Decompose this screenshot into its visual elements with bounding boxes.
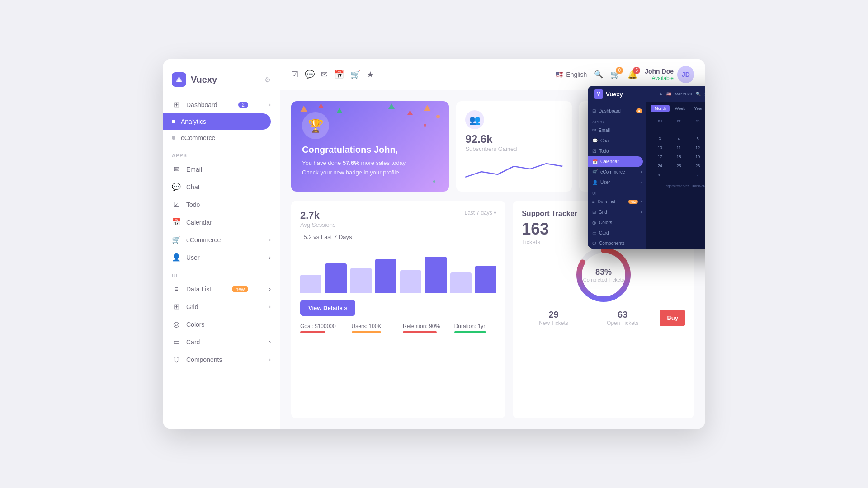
cal-day[interactable]: 31 (651, 171, 669, 179)
sessions-growth: +5.2 vs Last 7 Days (300, 234, 496, 240)
sidebar-item-ecommerce[interactable]: eCommerce (163, 130, 280, 146)
dark-cart-icon[interactable]: 🛒 (704, 92, 705, 96)
dark-flag: 🇺🇸 (666, 92, 671, 96)
sidebar-item-card[interactable]: ▭ Card › (163, 333, 280, 351)
users-label: Users: 100K (352, 323, 394, 329)
settings-icon[interactable]: ⚙ (264, 75, 271, 84)
dark-todo-icon: ☑ (592, 149, 596, 154)
cal-day[interactable]: 26 (689, 162, 705, 170)
user-info: John Doe Available (645, 68, 674, 81)
sidebar-item-grid[interactable]: ⊞ Grid › (163, 298, 280, 315)
cal-day[interactable]: 4 (670, 135, 688, 143)
dark-ecommerce-icon: 🛒 (592, 169, 598, 174)
analytics-dot (172, 120, 175, 123)
dark-app-name: Vuexy (606, 91, 623, 98)
cal-day[interactable] (651, 126, 669, 134)
ecommerce2-icon: 🛒 (172, 235, 181, 244)
sidebar-item-todo[interactable]: ☑ Todo (163, 196, 280, 213)
dark-email[interactable]: ✉ Email (588, 125, 646, 136)
cal-day[interactable]: 10 (651, 144, 669, 152)
dark-user[interactable]: 👤 User › (588, 177, 646, 188)
sidebar-label-todo: Todo (186, 201, 200, 208)
checklist-icon[interactable]: ☑ (291, 70, 298, 80)
chevron-icon-4: › (269, 286, 271, 292)
search-icon[interactable]: 🔍 (594, 70, 603, 79)
dark-calendar-modal: V Vuexy ★ 🇺🇸 Mar 2020 🔍 🛒 👤 John Doe ✕ ⊞… (588, 86, 705, 249)
dark-components[interactable]: ⬡ Components (588, 238, 646, 249)
card-icon: ▭ (172, 338, 181, 346)
cal-day[interactable] (670, 126, 688, 134)
mail-icon[interactable]: ✉ (321, 70, 328, 80)
last7days-selector[interactable]: Last 7 days ▾ (464, 210, 496, 216)
retention-label: Retention: 90% (403, 323, 445, 329)
cal-day[interactable] (689, 126, 705, 134)
week-tab[interactable]: Week (671, 105, 689, 112)
dark-footer: rights reserved. Hand-crafted & Made wit… (646, 182, 705, 190)
star-icon[interactable]: ★ (367, 70, 374, 80)
dark-todo[interactable]: ☑ Todo (588, 146, 646, 156)
sidebar-label-datalist: Data List (186, 286, 211, 293)
dark-calendar[interactable]: 📅 Calendar (588, 156, 643, 167)
cart-header-icon[interactable]: 🛒 (350, 70, 360, 80)
dark-sidebar-dashboard[interactable]: ⊞ Dashboard ● (588, 106, 646, 116)
dark-datalist[interactable]: ≡ Data List new › (588, 197, 646, 207)
buy-button[interactable]: Buy (660, 310, 685, 326)
congrats-highlight: 57.6% (343, 160, 359, 166)
calendar-tab-buttons: Month Week Year (651, 105, 705, 112)
user-status: Available (645, 75, 674, 81)
sidebar-item-dashboard[interactable]: ⊞ Dashboard 2 › (163, 96, 280, 113)
cal-day[interactable]: 3 (651, 135, 669, 143)
view-details-button[interactable]: View Details » (300, 300, 355, 316)
calendar-header-icon[interactable]: 📅 (334, 70, 344, 80)
goal-bar (300, 331, 326, 333)
cal-day[interactable]: 1 (670, 171, 688, 179)
new-tickets-label: New Tickets (522, 320, 585, 326)
cal-day[interactable]: 25 (670, 162, 688, 170)
cal-day[interactable]: 24 (651, 162, 669, 170)
cal-day[interactable]: 18 (670, 153, 688, 161)
dark-search-icon[interactable]: 🔍 (696, 92, 701, 96)
sidebar-item-user[interactable]: 👤 User › (163, 249, 280, 266)
dark-grid[interactable]: ⊞ Grid › (588, 207, 646, 217)
user-profile[interactable]: John Doe Available JD (645, 66, 694, 83)
cal-day[interactable]: 5 (689, 135, 705, 143)
bar-2 (325, 263, 346, 293)
dark-ecommerce[interactable]: 🛒 eCommerce › (588, 167, 646, 177)
calendar-days-grid: 1 2 3 4 5 6 7 8 9 10 11 12 13 (651, 126, 705, 179)
sidebar-item-calendar[interactable]: 📅 Calendar (163, 213, 280, 231)
sidebar-item-components[interactable]: ⬡ Components › (163, 351, 280, 368)
dark-components-icon: ⬡ (592, 241, 596, 246)
dark-colors[interactable]: ◎ Colors (588, 217, 646, 228)
cal-day[interactable]: 17 (651, 153, 669, 161)
cal-day[interactable]: 19 (689, 153, 705, 161)
dark-chat[interactable]: 💬 Chat (588, 136, 646, 146)
sidebar-item-datalist[interactable]: ≡ Data List new › (163, 281, 280, 298)
chevron-icon: › (269, 102, 271, 108)
dark-grid-label: Grid (599, 210, 607, 215)
sidebar-label-colors: Colors (186, 321, 204, 328)
cal-day[interactable]: 2 (689, 171, 705, 179)
sidebar-item-ecommerce2[interactable]: 🛒 eCommerce › (163, 231, 280, 249)
year-tab[interactable]: Year (691, 105, 705, 112)
notification-icon-wrapper[interactable]: 🔔 5 (627, 70, 637, 80)
cart-icon-wrapper[interactable]: 🛒 0 (610, 70, 620, 80)
sidebar-label-chat: Chat (186, 183, 200, 191)
month-tab[interactable]: Month (651, 105, 670, 112)
cal-day[interactable]: 12 (689, 144, 705, 152)
sidebar-label-dashboard: Dashboard (186, 101, 217, 108)
sidebar-item-chat[interactable]: 💬 Chat (163, 178, 280, 196)
todo-icon: ☑ (172, 200, 181, 209)
language-selector[interactable]: 🇺🇸 English (556, 71, 587, 78)
sidebar-item-email[interactable]: ✉ Email (163, 160, 280, 178)
cal-day[interactable]: 11 (670, 144, 688, 152)
growth-number: +5.2 (300, 234, 312, 240)
dark-modal-header: V Vuexy ★ 🇺🇸 Mar 2020 🔍 🛒 👤 John Doe ✕ (588, 86, 705, 102)
dark-card[interactable]: ▭ Card (588, 228, 646, 238)
dark-header-star[interactable]: ★ (659, 92, 663, 96)
congrats-text: You have done 57.6% more sales today. Ch… (302, 159, 438, 178)
sidebar-item-colors[interactable]: ◎ Colors (163, 315, 280, 333)
chat-header-icon[interactable]: 💬 (305, 70, 315, 80)
growth-label: vs Last 7 Days (313, 234, 352, 240)
sidebar-label-ecommerce: eCommerce (181, 134, 215, 141)
sidebar-item-analytics[interactable]: Analytics (163, 113, 271, 130)
